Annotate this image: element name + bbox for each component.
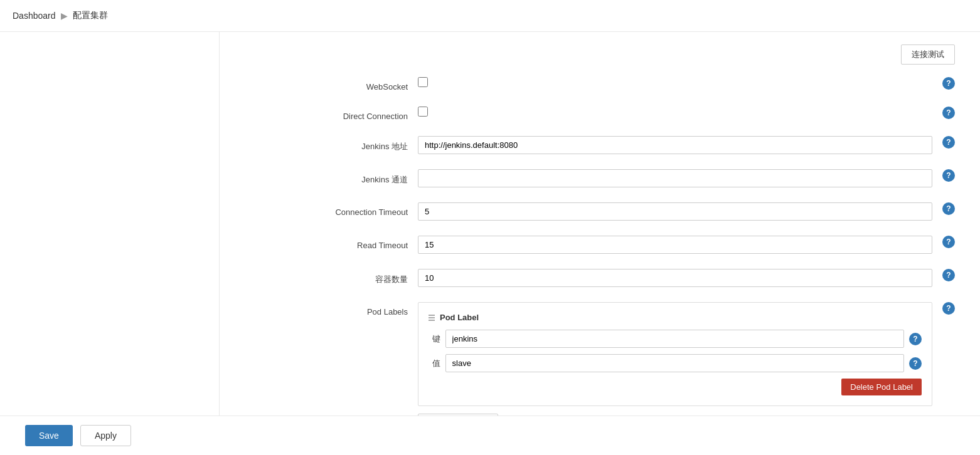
breadcrumb: Dashboard ▶ 配置集群 xyxy=(0,0,980,32)
pod-labels-help-icon[interactable]: ? xyxy=(942,302,955,315)
read-timeout-input[interactable] xyxy=(418,236,932,254)
pod-label-key-label: 键 xyxy=(429,333,440,345)
form-row-read-timeout: Read Timeout ? xyxy=(245,236,955,254)
jenkins-tunnel-input[interactable] xyxy=(418,169,932,187)
pod-label-value-field: 值 ? xyxy=(429,354,922,372)
pod-label-title-text: Pod Label xyxy=(440,313,479,322)
pod-label-key-input[interactable] xyxy=(445,330,904,348)
read-timeout-label: Read Timeout xyxy=(245,236,408,250)
breadcrumb-home[interactable]: Dashboard xyxy=(13,11,56,21)
websocket-label: WebSocket xyxy=(245,77,408,92)
pod-label-key-help-icon[interactable]: ? xyxy=(909,333,922,345)
pod-label-title: Pod Label xyxy=(429,313,922,322)
sidebar xyxy=(0,32,220,455)
footer-actions: Save Apply xyxy=(0,416,980,455)
direct-connection-help-icon[interactable]: ? xyxy=(942,107,955,119)
main-content: 连接测试 WebSocket ? Direct Connection ? Jen… xyxy=(220,32,980,455)
pod-label-value-label: 值 xyxy=(429,358,440,369)
connection-timeout-help-icon[interactable]: ? xyxy=(942,202,955,215)
pod-label-value-input[interactable] xyxy=(445,354,904,372)
breadcrumb-separator: ▶ xyxy=(61,11,68,21)
direct-connection-control xyxy=(418,107,932,117)
breadcrumb-current: 配置集群 xyxy=(73,10,108,21)
jenkins-address-help-icon[interactable]: ? xyxy=(942,136,955,149)
direct-connection-label: Direct Connection xyxy=(245,107,408,121)
jenkins-tunnel-control xyxy=(418,169,932,187)
pod-label-key-field: 键 ? xyxy=(429,330,922,348)
jenkins-tunnel-help-icon[interactable]: ? xyxy=(942,169,955,182)
pod-label-value-help-icon[interactable]: ? xyxy=(909,357,922,370)
container-count-help-icon[interactable]: ? xyxy=(942,269,955,281)
jenkins-address-control xyxy=(418,136,932,154)
pod-label-actions: Delete Pod Label xyxy=(429,379,922,395)
direct-connection-checkbox[interactable] xyxy=(418,107,428,117)
jenkins-address-input[interactable] xyxy=(418,136,932,154)
save-button[interactable]: Save xyxy=(25,425,73,446)
form-row-websocket: WebSocket ? xyxy=(245,77,955,92)
form-row-jenkins-tunnel: Jenkins 通道 ? xyxy=(245,169,955,187)
form-row-container-count: 容器数量 ? xyxy=(245,269,955,287)
form-row-direct-connection: Direct Connection ? xyxy=(245,107,955,121)
pod-labels-label: Pod Labels xyxy=(245,302,408,316)
container-count-label: 容器数量 xyxy=(245,269,408,285)
read-timeout-help-icon[interactable]: ? xyxy=(942,236,955,248)
container-count-control xyxy=(418,269,932,287)
websocket-help-icon[interactable]: ? xyxy=(942,77,955,90)
drag-handle-icon[interactable] xyxy=(429,315,435,321)
connection-timeout-input[interactable] xyxy=(418,202,932,221)
connect-test-button[interactable]: 连接测试 xyxy=(901,44,955,65)
read-timeout-control xyxy=(418,236,932,254)
websocket-control xyxy=(418,77,932,87)
websocket-checkbox[interactable] xyxy=(418,77,428,87)
connection-timeout-control xyxy=(418,202,932,221)
pod-label-box: Pod Label 键 ? 值 ? Delete Pod Label xyxy=(418,302,932,406)
top-action-bar: 连接测试 xyxy=(245,44,955,65)
form-row-connection-timeout: Connection Timeout ? xyxy=(245,202,955,221)
form-row-jenkins-address: Jenkins 地址 ? xyxy=(245,136,955,154)
container-count-input[interactable] xyxy=(418,269,932,287)
jenkins-address-label: Jenkins 地址 xyxy=(245,136,408,152)
connection-timeout-label: Connection Timeout xyxy=(245,202,408,217)
jenkins-tunnel-label: Jenkins 通道 xyxy=(245,169,408,186)
apply-button[interactable]: Apply xyxy=(80,425,131,446)
delete-pod-label-button[interactable]: Delete Pod Label xyxy=(841,379,922,395)
